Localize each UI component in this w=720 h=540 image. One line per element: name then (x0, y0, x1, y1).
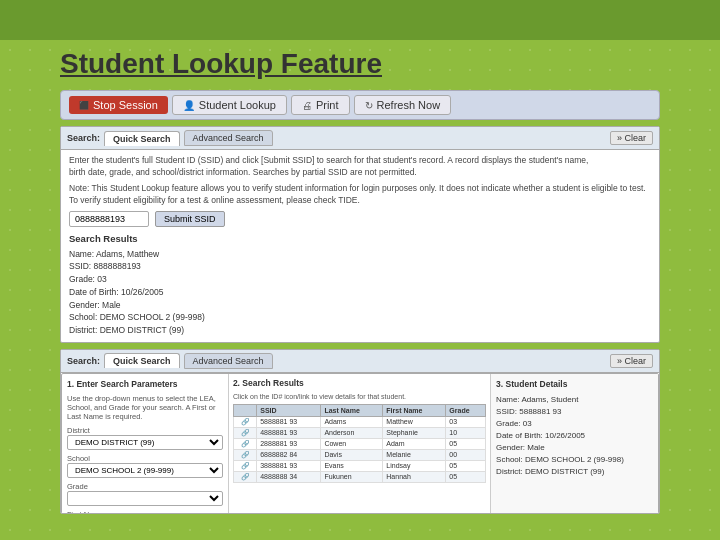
student-lookup-button[interactable]: 👤 Student Lookup (172, 95, 287, 115)
table-row[interactable]: 🔗5888881 93AdamsMatthew03 (233, 416, 485, 427)
first-name-label: First Name (67, 510, 223, 514)
district-select[interactable]: DEMO DISTRICT (99) (67, 435, 223, 450)
col1-desc: Use the drop-down menus to select the LE… (67, 394, 223, 421)
main-container: Student Lookup Feature Stop Session 👤 St… (60, 40, 660, 520)
search-results-col: 2. Search Results Click on the ID# icon/… (229, 374, 491, 514)
submit-ssid-button[interactable]: Submit SSID (155, 211, 225, 227)
table-row[interactable]: 🔗4888888 34FukunenHannah05 (233, 471, 485, 482)
col3-header: 3. Student Details (496, 379, 653, 389)
results-table: SSID Last Name First Name Grade 🔗5888881… (233, 404, 486, 483)
refresh-icon: ↻ (365, 100, 373, 111)
student-detail-block: Name: Adams, Student SSID: 5888881 93 Gr… (496, 394, 653, 478)
school-group: School DEMO SCHOOL 2 (99-999) (67, 454, 223, 478)
col-header-ssid: SSID (257, 404, 321, 416)
upper-search-bar: Search: Quick Search Advanced Search » C… (61, 127, 659, 150)
col-header-firstname: First Name (383, 404, 446, 416)
tab-quick-search-upper[interactable]: Quick Search (104, 131, 180, 146)
school-select[interactable]: DEMO SCHOOL 2 (99-999) (67, 463, 223, 478)
col1-header: 1. Enter Search Parameters (67, 379, 223, 389)
first-name-group: First Name (67, 510, 223, 514)
tab-advanced-search-upper[interactable]: Advanced Search (184, 130, 273, 146)
student-icon: 👤 (183, 100, 195, 111)
info-text-1: Enter the student's full Student ID (SSI… (69, 155, 651, 179)
lower-search-bar: Search: Quick Search Advanced Search » C… (61, 350, 659, 373)
lower-search-label: Search: (67, 356, 100, 366)
print-icon: 🖨 (302, 100, 312, 111)
district-group: District DEMO DISTRICT (99) (67, 426, 223, 450)
col2-header: 2. Search Results (233, 378, 486, 388)
tab-quick-search-lower[interactable]: Quick Search (104, 353, 180, 368)
table-row[interactable]: 🔗3888881 93EvansLindsay05 (233, 460, 485, 471)
col2-desc: Click on the ID# icon/link to view detai… (233, 393, 486, 400)
student-result-detail: Name: Adams, Matthew SSID: 8888888193 Gr… (69, 248, 651, 337)
toolbar: Stop Session 👤 Student Lookup 🖨 Print ↻ … (60, 90, 660, 120)
col-header-icon (233, 404, 256, 416)
stop-session-button[interactable]: Stop Session (69, 96, 168, 114)
tab-advanced-search-lower[interactable]: Advanced Search (184, 353, 273, 369)
student-details-col: 3. Student Details Name: Adams, Student … (491, 374, 658, 514)
grade-select[interactable] (67, 491, 223, 506)
col-header-grade: Grade (446, 404, 486, 416)
table-row[interactable]: 🔗6888882 84DavisMelanie00 (233, 449, 485, 460)
lower-panel-columns: 1. Enter Search Parameters Use the drop-… (61, 373, 659, 514)
search-label: Search: (67, 133, 100, 143)
top-bar (0, 0, 720, 40)
ssid-row: Submit SSID (69, 211, 651, 227)
search-params-col: 1. Enter Search Parameters Use the drop-… (62, 374, 229, 514)
print-button[interactable]: 🖨 Print (291, 95, 350, 115)
ssid-input[interactable] (69, 211, 149, 227)
table-row[interactable]: 🔗4888881 93AndersonStephanie10 (233, 427, 485, 438)
school-label: School (67, 454, 223, 463)
refresh-button[interactable]: ↻ Refresh Now (354, 95, 452, 115)
page-title: Student Lookup Feature (60, 48, 660, 80)
grade-label: Grade (67, 482, 223, 491)
grade-group: Grade (67, 482, 223, 506)
note-text: Note: This Student Lookup feature allows… (69, 183, 651, 207)
upper-search-panel: Search: Quick Search Advanced Search » C… (60, 126, 660, 343)
search-results-title: Search Results (69, 233, 651, 244)
table-row[interactable]: 🔗2888881 93CowenAdam05 (233, 438, 485, 449)
col-header-lastname: Last Name (321, 404, 383, 416)
clear-button-lower[interactable]: » Clear (610, 354, 653, 368)
district-label: District (67, 426, 223, 435)
lower-search-panel: Search: Quick Search Advanced Search » C… (60, 349, 660, 514)
upper-panel-body: Enter the student's full Student ID (SSI… (61, 150, 659, 342)
clear-button-upper[interactable]: » Clear (610, 131, 653, 145)
